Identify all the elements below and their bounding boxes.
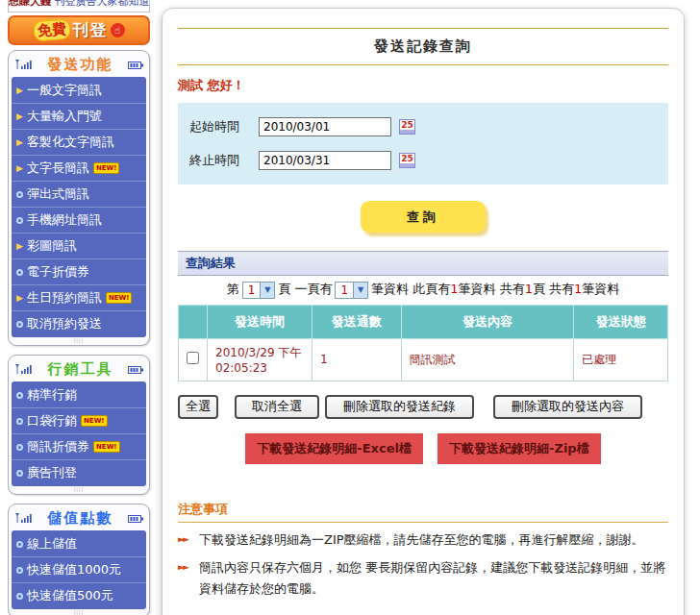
query-button-wrap: 查詢: [178, 201, 668, 233]
page-title: 發送記錄查詢: [178, 37, 668, 56]
free-posting-banner[interactable]: 免費 刊登 ☝: [8, 15, 150, 45]
row-checkbox-cell: [179, 338, 208, 381]
sidebar-item-bulk-numbers[interactable]: ▶大量輸入門號: [12, 104, 146, 130]
dot-bullet-icon: [16, 418, 23, 425]
pagination-text: 第: [227, 282, 239, 296]
calendar-icon[interactable]: 25: [399, 153, 415, 168]
deselect-all-button[interactable]: 取消全選: [235, 395, 319, 419]
sidebar-item-popup-sms[interactable]: 彈出式簡訊: [12, 182, 146, 208]
sidebar-item-quick-topup-1000[interactable]: 快速儲值1000元: [12, 557, 146, 583]
results-table: 發送時間 發送通數 發送內容 發送狀態 2010/3/29 下午 02:05:2…: [178, 305, 668, 381]
start-time-label: 起始時間: [189, 118, 251, 135]
chevron-down-icon: ▼: [260, 283, 274, 298]
note-text: 下載發送紀錄明細為一ZIP壓縮檔，請先儲存至您的電腦，再進行解壓縮，謝謝。: [199, 532, 644, 547]
sidebar-item-sms-coupon[interactable]: 簡訊折價券NEW!: [12, 434, 146, 460]
cell-send-time: 2010/3/29 下午 02:05:23: [208, 338, 312, 381]
delete-selected-content-button[interactable]: 刪除選取的發送內容: [493, 395, 642, 419]
dot-bullet-icon: [16, 567, 23, 574]
new-badge: NEW!: [93, 441, 120, 453]
top-ad-teaser[interactable]: 想賺大錢 刊登廣告大家都知道: [8, 0, 150, 12]
sidebar-item-e-coupon[interactable]: 電子折價券: [12, 259, 146, 285]
item-label: 廣告刊登: [27, 464, 77, 481]
panel-grip: ||||: [12, 486, 146, 493]
panel-item-list: 精準行銷 口袋行銷NEW! 簡訊折價券NEW! 廣告刊登: [12, 381, 146, 486]
arrow-bullet-icon: ▶: [16, 85, 23, 97]
calendar-icon[interactable]: 25: [399, 119, 415, 135]
title-rule: [178, 64, 668, 65]
sidebar-item-online-topup[interactable]: 線上儲值: [12, 531, 146, 557]
note-item: ►►下載發送紀錄明細為一ZIP壓縮檔，請先儲存至您的電腦，再進行解壓縮，謝謝。: [178, 529, 668, 551]
chevron-down-icon: ▼: [353, 283, 367, 298]
sidebar-item-pocket-marketing[interactable]: 口袋行銷NEW!: [12, 408, 146, 434]
sidebar: 想賺大錢 刊登廣告大家都知道 免費 刊登 ☝ 發送功能 ▶一般文字簡訊 ▶大量輸…: [8, 0, 150, 615]
panel-header: 發送功能: [12, 54, 146, 77]
pagination-text: 頁 一頁有: [278, 282, 332, 296]
total-pages: 1: [525, 282, 533, 296]
dot-bullet-icon: [16, 191, 23, 198]
end-time-input[interactable]: [259, 151, 391, 170]
hand-cursor-icon: ☝: [111, 23, 125, 37]
cell-send-content: 簡訊測試: [401, 338, 574, 381]
sidebar-item-quick-topup-500[interactable]: 快速儲值500元: [12, 583, 146, 608]
column-header-send-time: 發送時間: [208, 305, 312, 338]
double-arrow-bullet-icon: ►►: [178, 560, 188, 575]
start-time-input[interactable]: [259, 117, 391, 136]
download-zip-button[interactable]: 下載發送紀錄明細-Zip檔: [438, 433, 601, 464]
item-label: 電子折價券: [27, 263, 89, 281]
item-label: 精準行銷: [27, 386, 77, 404]
end-time-label: 終止時間: [189, 152, 251, 169]
item-label: 線上儲值: [27, 535, 77, 553]
sidebar-item-custom-sms[interactable]: ▶客製化文字簡訊: [12, 130, 146, 156]
item-label: 取消預約發送: [27, 315, 102, 332]
item-label: 口袋行銷: [27, 412, 77, 430]
row-checkbox[interactable]: [187, 352, 199, 364]
sidebar-item-precision-marketing[interactable]: 精準行銷: [12, 382, 146, 408]
panel-header: 行銷工具: [12, 358, 146, 381]
dot-bullet-icon: [16, 470, 23, 477]
form-row-end-time: 終止時間 25: [189, 151, 657, 170]
pagination-text: 筆資料: [582, 282, 619, 296]
item-label: 簡訊折價券: [27, 438, 89, 455]
column-header-send-status: 發送狀態: [574, 305, 668, 338]
cell-send-status: 已處理: [574, 338, 668, 381]
cell-send-count: 1: [312, 338, 401, 381]
dot-bullet-icon: [16, 321, 23, 328]
panel-header: 儲值點數: [12, 507, 146, 530]
dot-bullet-icon: [16, 217, 23, 224]
notes-section: 注意事項 ►►下載發送紀錄明細為一ZIP壓縮檔，請先儲存至您的電腦，再進行解壓縮…: [178, 501, 668, 600]
sidebar-item-mms[interactable]: ▶彩圖簡訊: [12, 234, 146, 259]
top-ad-teaser-text: 想賺大錢 刊登廣告大家都知道: [9, 0, 149, 9]
pagination-text: 筆資料 共有: [459, 282, 525, 296]
panel-grip: ||||: [12, 609, 146, 615]
page-select[interactable]: 1▼: [242, 282, 276, 299]
panel-grip: ||||: [12, 337, 146, 344]
sidebar-panel-send-functions: 發送功能 ▶一般文字簡訊 ▶大量輸入門號 ▶客製化文字簡訊 ▶文字長簡訊NEW!…: [8, 50, 150, 346]
battery-icon: [128, 56, 143, 74]
sidebar-item-mobile-url-sms[interactable]: 手機網址簡訊: [12, 208, 146, 234]
note-item: ►►簡訊內容只保存六個月，如您 要長期保留內容記錄，建議您下載發送記錄明細，並將…: [178, 557, 668, 600]
checkbox-column-header: [179, 305, 208, 338]
panel-title: 儲值點數: [48, 509, 113, 528]
sidebar-item-general-sms[interactable]: ▶一般文字簡訊: [12, 78, 146, 104]
sidebar-panel-marketing-tools: 行銷工具 精準行銷 口袋行銷NEW! 簡訊折價券NEW! 廣告刊登 ||||: [8, 355, 150, 495]
item-label: 生日預約簡訊: [27, 289, 102, 307]
dot-bullet-icon: [16, 444, 23, 451]
item-label: 文字長簡訊: [27, 160, 89, 177]
arrow-bullet-icon: ▶: [16, 136, 23, 149]
sidebar-item-ad-posting[interactable]: 廣告刊登: [12, 460, 146, 485]
delete-selected-records-button[interactable]: 刪除選取的發送紀錄: [325, 395, 474, 419]
sidebar-item-birthday-sms[interactable]: ▶生日預約簡訊NEW!: [12, 285, 146, 311]
item-label: 大量輸入門號: [27, 108, 102, 125]
per-page-select[interactable]: 1▼: [335, 282, 368, 299]
sidebar-item-cancel-scheduled[interactable]: 取消預約發送: [12, 311, 146, 336]
panel-item-list: ▶一般文字簡訊 ▶大量輸入門號 ▶客製化文字簡訊 ▶文字長簡訊NEW! 彈出式簡…: [12, 77, 146, 337]
panel-item-list: 線上儲值 快速儲值1000元 快速儲值500元: [12, 530, 146, 609]
column-header-send-content: 發送內容: [401, 305, 574, 338]
sidebar-item-long-sms[interactable]: ▶文字長簡訊NEW!: [12, 156, 146, 182]
select-all-button[interactable]: 全選: [178, 395, 218, 419]
table-action-buttons: 全選 取消全選 刪除選取的發送紀錄 刪除選取的發送內容: [178, 395, 668, 419]
battery-icon: [128, 509, 143, 528]
download-excel-button[interactable]: 下載發送紀錄明細-Excel檔: [245, 433, 423, 464]
query-button[interactable]: 查詢: [361, 201, 486, 233]
arrow-bullet-icon: ▶: [16, 111, 23, 123]
